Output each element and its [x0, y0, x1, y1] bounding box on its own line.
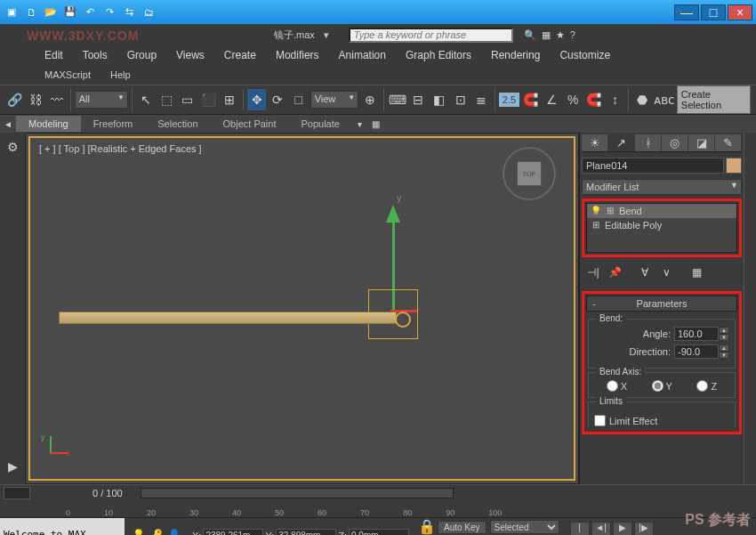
- modifier-expand-icon[interactable]: ⊞: [591, 220, 601, 231]
- tb-select-window[interactable]: ⬛: [199, 89, 219, 110]
- menu-help[interactable]: Help: [110, 69, 131, 80]
- tb-angle-snap[interactable]: ∠: [543, 89, 562, 110]
- modifier-toggle-icon[interactable]: 💡: [591, 206, 601, 216]
- tb-select-paint[interactable]: ⊞: [220, 89, 239, 110]
- direction-spin-down[interactable]: ▼: [719, 352, 729, 359]
- stack-configure[interactable]: ▦: [688, 264, 704, 280]
- stack-make-unique[interactable]: ∀: [637, 264, 653, 280]
- menu-group[interactable]: Group: [127, 49, 157, 61]
- ribbon-dropdown[interactable]: ▾: [352, 116, 368, 132]
- viewport-label[interactable]: [ + ] [ Top ] [Realistic + Edged Faces ]: [39, 143, 202, 154]
- modifier-stack[interactable]: 💡 ⊞ Bend ⊞ Editable Poly: [586, 203, 737, 253]
- viewcube[interactable]: TOP: [503, 147, 556, 200]
- axis-x-radio[interactable]: X: [607, 380, 627, 392]
- panel-tab-motion[interactable]: ◎: [662, 134, 688, 151]
- tb-align[interactable]: ≣: [471, 89, 491, 110]
- tb-unlink[interactable]: ⛓: [27, 89, 46, 110]
- ribbon-tab-populate[interactable]: Populate: [288, 116, 351, 132]
- tb-snap-value[interactable]: 2.5: [499, 93, 519, 107]
- maxscript-listener[interactable]: Welcome to MAX: [0, 518, 125, 535]
- viewport-top[interactable]: [ + ] [ Top ] [Realistic + Edged Faces ]…: [25, 133, 579, 484]
- angle-spin-up[interactable]: ▲: [719, 327, 729, 334]
- tb-pivot[interactable]: ⊕: [360, 89, 380, 110]
- qat-save[interactable]: 💾: [62, 4, 78, 20]
- window-maximize[interactable]: □: [701, 4, 726, 20]
- time-slider-thumb[interactable]: [4, 487, 30, 499]
- ribbon-tab-object-paint[interactable]: Object Paint: [211, 116, 289, 132]
- stack-show-end[interactable]: 📌: [607, 264, 623, 280]
- key-filter-select[interactable]: Selected: [490, 520, 559, 534]
- help-icon[interactable]: ?: [570, 29, 575, 41]
- person-icon[interactable]: 👤: [167, 529, 181, 536]
- window-close[interactable]: ×: [728, 4, 752, 20]
- play-play[interactable]: ▶: [613, 522, 632, 535]
- window-minimize[interactable]: —: [674, 4, 699, 20]
- scene-object[interactable]: [59, 312, 397, 324]
- menu-modifiers[interactable]: Modifiers: [276, 49, 319, 61]
- menu-rendering[interactable]: Rendering: [491, 49, 540, 61]
- ribbon-collapse[interactable]: ◄: [0, 116, 16, 132]
- angle-input[interactable]: [674, 327, 719, 341]
- object-color-swatch[interactable]: [726, 158, 742, 174]
- favorites-icon[interactable]: ★: [556, 29, 565, 41]
- filename-dropdown-icon[interactable]: ▾: [324, 29, 329, 41]
- coord-y-input[interactable]: [276, 529, 336, 536]
- modifier-row-bend[interactable]: 💡 ⊞ Bend: [587, 204, 736, 218]
- lock-selection-icon[interactable]: 🔒⎯: [413, 518, 434, 535]
- search-icon[interactable]: 🔍: [524, 29, 536, 41]
- menu-maxscript[interactable]: MAXScript: [44, 69, 91, 80]
- tb-create-selection-set[interactable]: Create Selection: [677, 85, 751, 114]
- play-next-frame[interactable]: |▶: [634, 522, 654, 535]
- light-icon[interactable]: 💡: [132, 529, 146, 536]
- qat-open[interactable]: 📂: [43, 4, 59, 20]
- stack-remove[interactable]: ∨: [658, 264, 674, 280]
- leftrail-btn-0[interactable]: ⚙: [4, 138, 21, 156]
- tb-link[interactable]: 🔗: [5, 89, 25, 110]
- tb-refcoord[interactable]: View: [310, 91, 359, 109]
- direction-input[interactable]: [674, 345, 719, 359]
- ribbon-tab-modeling[interactable]: Modeling: [16, 116, 81, 132]
- panel-tab-hierarchy[interactable]: ᚼ: [635, 134, 661, 151]
- play-goto-start[interactable]: |◄◄: [570, 522, 590, 535]
- command-panel-scrollbar[interactable]: [744, 133, 756, 484]
- panel-tab-utilities[interactable]: ✎: [715, 134, 741, 151]
- key-icon[interactable]: 🔑: [149, 529, 164, 536]
- tb-keyboard-shortcut[interactable]: ⊟: [408, 89, 428, 110]
- qat-redo[interactable]: ↷: [101, 4, 117, 20]
- tb-rotate[interactable]: ⟳: [268, 89, 287, 110]
- tb-material-editor[interactable]: ⬣: [632, 89, 652, 110]
- menu-edit[interactable]: Edit: [44, 49, 63, 61]
- tb-select-name[interactable]: ⬚: [157, 89, 176, 110]
- comm-center-icon[interactable]: ▦: [542, 29, 551, 41]
- stack-pin[interactable]: ⊣|: [585, 264, 601, 280]
- modifier-row-editable-poly[interactable]: ⊞ Editable Poly: [587, 218, 736, 232]
- ribbon-tab-selection[interactable]: Selection: [145, 116, 210, 132]
- menu-customize[interactable]: Customize: [559, 49, 610, 61]
- direction-spin-up[interactable]: ▲: [719, 345, 729, 352]
- help-search-input[interactable]: [349, 28, 513, 43]
- ribbon-tab-freeform[interactable]: Freeform: [81, 116, 146, 132]
- tb-percent-snap[interactable]: %: [563, 89, 583, 110]
- qat-undo[interactable]: ↶: [82, 4, 98, 20]
- tb-mirror[interactable]: ⊡: [451, 89, 470, 110]
- tb-selection-filter[interactable]: All: [75, 91, 128, 109]
- modifier-list-dropdown[interactable]: Modifier List: [582, 179, 742, 195]
- menu-create[interactable]: Create: [224, 49, 256, 61]
- axis-y-radio[interactable]: Y: [652, 380, 672, 392]
- coord-z-input[interactable]: [349, 529, 409, 536]
- leftrail-expand[interactable]: ▶: [4, 458, 21, 475]
- panel-tab-modify[interactable]: ↗: [608, 134, 634, 151]
- rollup-parameters-header[interactable]: Parameters: [586, 296, 737, 312]
- tb-render-setup[interactable]: ᴀʙᴄ: [654, 89, 675, 110]
- tb-select-region[interactable]: ▭: [178, 89, 197, 110]
- viewcube-face[interactable]: TOP: [517, 161, 542, 186]
- angle-spin-down[interactable]: ▼: [719, 334, 729, 341]
- axis-z-radio[interactable]: Z: [696, 380, 717, 392]
- tb-bind[interactable]: 〰: [47, 89, 67, 110]
- tb-move[interactable]: ✥: [247, 89, 267, 110]
- gizmo-center[interactable]: [395, 312, 411, 328]
- tb-scale[interactable]: □: [289, 89, 309, 110]
- auto-key-button[interactable]: Auto Key: [438, 521, 487, 534]
- object-name-input[interactable]: [582, 158, 724, 174]
- ribbon-grid-icon[interactable]: ▦: [368, 116, 384, 132]
